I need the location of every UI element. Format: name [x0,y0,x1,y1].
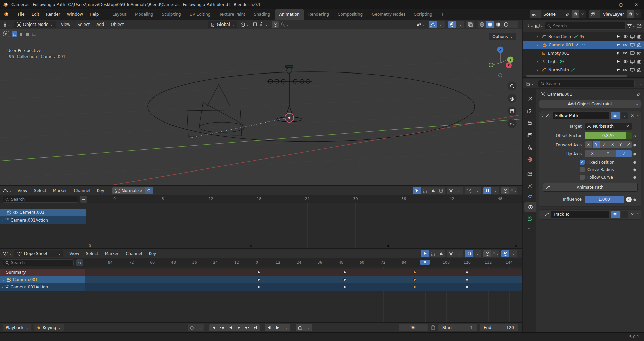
auto-normalize-refresh-button[interactable] [145,187,153,194]
dope-keyframe-frame-50[interactable] [343,286,346,288]
dope-keyframe-frame-1[interactable] [257,286,260,288]
jump-to-end-button[interactable] [251,324,260,331]
scene-icon[interactable]: ⌄ [530,10,541,18]
dope-keyframe-frame-120[interactable] [466,286,468,288]
ds-select-tool[interactable] [421,250,429,257]
auto-keying-record-button[interactable] [188,324,196,331]
viewlayer-name[interactable]: ViewLayer [600,12,627,17]
viewport-options-button[interactable]: Options⌄ [489,33,516,40]
new-scene-icon[interactable] [572,10,579,18]
viewport-menu-add[interactable]: Add [93,21,107,28]
expand-chevron[interactable]: ⌄ [2,271,5,274]
outliner-item-label[interactable]: Empty.001 [548,51,569,56]
gizmo-z-axis[interactable]: Z [497,47,504,53]
loop-dropdown[interactable]: ⌄ [304,324,312,331]
constraint-name-field[interactable]: Follow Path [553,112,609,119]
overlays-dropdown[interactable]: ⌄ [456,21,464,28]
menu-file[interactable]: File [15,11,28,18]
outliner-scrollbar[interactable] [526,75,627,77]
viewport-3d[interactable]: Z Y X ⌄ Object Mode ⌄ ViewSelectAddObjec… [0,20,522,185]
zoom-tool-button[interactable] [508,82,517,91]
ge-proportional-toggle[interactable] [501,187,509,194]
checkbox-follow-curve[interactable] [580,175,585,180]
viewlayer-icon[interactable]: ⌄ [589,10,600,18]
panel-expand-chevron[interactable]: ⌄ [541,114,544,117]
select-mode-invert-button[interactable] [31,31,37,37]
pin-id-icon[interactable] [636,92,641,97]
outliner-item-light[interactable]: ›Light [523,57,644,66]
remove-viewlayer-icon[interactable]: ✕ [634,12,641,17]
select-mode-extend-button[interactable] [18,31,24,37]
ds-box-select-tool[interactable] [429,250,437,257]
graph-editor[interactable]: ⌄ ViewSelectMarkerChannelKey Normalize ⌄… [0,185,522,248]
breadcrumb-object-name[interactable]: Camera.001 [547,92,572,97]
shading-solid-button[interactable] [486,21,494,28]
graph-keyframe[interactable] [515,245,517,247]
show-overlays-toggle[interactable] [448,21,456,28]
close-button[interactable]: ✕ [629,0,644,9]
target-object-field[interactable]: NurbsPath ✕ [585,123,632,130]
ds-filter-dropdown[interactable]: ⌄ [455,250,463,257]
constraint-drag-handle[interactable]: ⠿ [637,213,639,216]
dope-keyframe-frame-1[interactable] [257,271,260,274]
select-arrow-icon[interactable] [616,43,620,47]
select-arrow-icon[interactable] [616,35,620,39]
outliner-item-béziercircle[interactable]: ›BézierCircle [523,32,644,41]
camera-view-button[interactable] [508,107,517,116]
properties-tab-output[interactable] [523,118,536,128]
forward-axis--y[interactable]: -Y [616,141,624,148]
properties-options-dropdown[interactable]: ⌄ [639,82,641,85]
properties-tab-view-layer[interactable] [523,130,536,140]
disable-render-icon[interactable] [637,60,641,64]
ds-overlay-toggle[interactable] [501,250,509,257]
outliner-item-label[interactable]: Light [548,59,558,64]
editor-type-3dview-button[interactable]: ⌄ [0,22,14,27]
dope-keyframe-frame-90[interactable] [413,271,416,274]
forward-axis--z[interactable]: -Z [624,141,632,148]
dope-keyframe-frame-50[interactable] [343,271,346,274]
properties-tab-collection[interactable] [523,168,536,179]
tab-strip-more-chevron[interactable]: ⌄ [528,226,530,230]
animate-dot[interactable]: ● [632,143,638,147]
up-axis-z[interactable]: Z [616,150,632,157]
checkbox-fixed-position[interactable]: ✓ [580,160,585,165]
editor-type-graph-button[interactable]: ⌄ [0,189,14,193]
constraint-name-field[interactable]: Track To [551,211,609,218]
dope-sheet-editor[interactable]: ⌄ Dope Sheet ⌄ ViewSelectMarkerChannelKe… [0,248,522,322]
select-arrow-icon[interactable] [616,60,620,64]
disable-viewport-icon[interactable] [630,60,635,64]
properties-tab-render[interactable] [523,106,536,116]
jump-next-keyframe-button[interactable] [243,324,251,331]
disable-render-icon[interactable] [637,43,641,47]
workspace-tab-sculpting[interactable]: Sculpting [158,9,185,20]
keying-menu[interactable]: Keying⌄ [34,324,64,331]
hide-eye-icon[interactable] [623,60,628,63]
hide-eye-icon[interactable] [623,35,628,38]
graph-menu-view[interactable]: View [14,187,31,194]
snap-controls[interactable]: ⌄ [253,22,268,27]
maximize-button[interactable]: ▢ [613,0,629,9]
menu-help[interactable]: Help [86,11,102,18]
animate-dot[interactable]: ● [632,160,638,164]
dope-menu-view[interactable]: View [66,250,82,257]
ge-snap-toggle[interactable] [483,187,491,194]
disable-viewport-icon[interactable] [630,35,635,39]
current-frame-badge[interactable]: 96 [420,260,430,265]
ge-pivot-dropdown[interactable]: ⌄ [473,187,481,194]
playhead-line[interactable] [425,267,425,322]
shading-dropdown[interactable]: ⌄ [510,21,518,28]
disable-viewport-icon[interactable] [630,68,635,72]
constraint-delete-button[interactable]: ✕ [630,113,635,118]
select-mode-subtract-button[interactable] [24,31,30,37]
jump-to-start-button[interactable] [209,324,218,331]
fcurve-line[interactable] [89,246,518,246]
workspace-tab-rendering[interactable]: Rendering [304,9,333,20]
animate-dot[interactable]: ● [632,168,638,172]
dope-keyframe-frame-90[interactable] [413,286,416,288]
play-reverse-button[interactable] [226,324,235,331]
step-dropdown[interactable]: ⌄ [282,324,290,331]
viewport-menu-object[interactable]: Object [107,21,127,28]
workspace-tab-layout[interactable]: Layout [108,9,131,20]
gizmo-neg-y-axis[interactable] [489,63,493,67]
active-tool-icon[interactable] [3,31,9,37]
